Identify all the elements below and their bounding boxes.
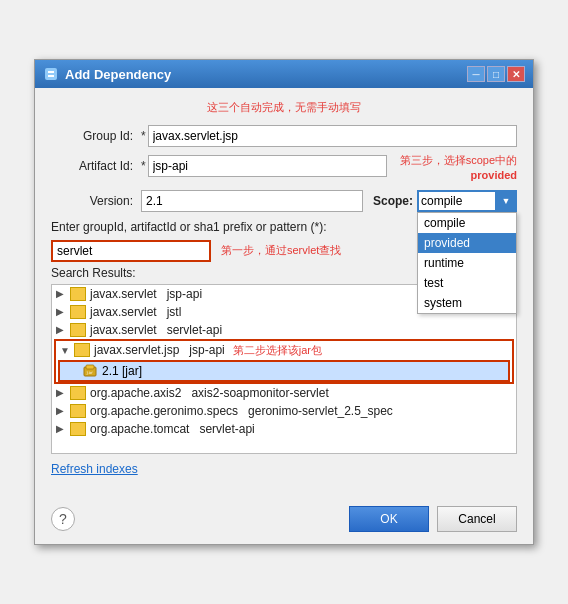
scope-annotation: 第三步，选择scope中的 provided — [397, 153, 517, 182]
artifact-section: Artifact Id: * — [51, 155, 387, 177]
version-row: Version: — [51, 190, 363, 212]
jar-icon: jar — [82, 364, 98, 378]
list-item[interactable]: ▶ org.apache.tomcat servlet-api — [52, 420, 516, 438]
ok-button[interactable]: OK — [349, 506, 429, 532]
group-id-row: Group Id: * — [51, 125, 517, 147]
list-item-text: org.apache.geronimo.specs geronimo-servl… — [90, 404, 393, 418]
collapse-icon: ▶ — [56, 423, 70, 434]
collapse-icon: ▶ — [56, 306, 70, 317]
top-annotation: 这三个自动完成，无需手动填写 — [51, 100, 517, 115]
scope-dropdown-menu: compile provided runtime test system — [417, 212, 517, 314]
list-item-text: org.apache.tomcat servlet-api — [90, 422, 255, 436]
scope-select[interactable]: compile provided runtime test system — [417, 190, 517, 212]
folder-icon — [70, 404, 86, 418]
svg-rect-1 — [48, 71, 54, 73]
folder-icon — [70, 386, 86, 400]
list-item-text: javax.servlet.jsp jsp-api — [94, 343, 225, 357]
scope-annotation-area: 第三步，选择scope中的 provided — [397, 155, 517, 182]
dialog-title: Add Dependency — [65, 67, 171, 82]
scope-label: Scope: — [373, 194, 413, 208]
folder-icon — [70, 287, 86, 301]
dialog-body: 这三个自动完成，无需手动填写 Group Id: * Artifact Id: … — [35, 88, 533, 498]
version-input[interactable] — [141, 190, 363, 212]
scope-menu-compile[interactable]: compile — [418, 213, 516, 233]
artifact-id-input[interactable] — [148, 155, 387, 177]
expand-icon: ▼ — [60, 345, 74, 356]
group-id-required: * — [141, 129, 146, 143]
help-button[interactable]: ? — [51, 507, 75, 531]
title-bar: Add Dependency ─ □ ✕ — [35, 60, 533, 88]
list-item-text: javax.servlet jstl — [90, 305, 181, 319]
list-item[interactable]: ▶ org.apache.axis2 axis2-soapmonitor-ser… — [52, 384, 516, 402]
folder-icon — [70, 305, 86, 319]
scope-menu-runtime[interactable]: runtime — [418, 253, 516, 273]
dialog-title-icon — [43, 66, 59, 82]
close-button[interactable]: ✕ — [507, 66, 525, 82]
jar-item-text: 2.1 [jar] — [102, 364, 142, 378]
list-item-text: org.apache.axis2 axis2-soapmonitor-servl… — [90, 386, 329, 400]
scope-menu-test[interactable]: test — [418, 273, 516, 293]
scope-menu-provided[interactable]: provided — [418, 233, 516, 253]
refresh-indexes-link[interactable]: Refresh indexes — [51, 462, 138, 476]
version-section: Version: — [51, 190, 363, 212]
folder-icon — [70, 323, 86, 337]
jar-list-item[interactable]: jar 2.1 [jar] — [58, 360, 510, 382]
highlighted-parent-container: ▼ javax.servlet.jsp jsp-api 第二步选择该jar包 j… — [54, 339, 514, 384]
add-dependency-dialog: Add Dependency ─ □ ✕ 这三个自动完成，无需手动填写 Grou… — [34, 59, 534, 545]
list-item[interactable]: ▶ javax.servlet servlet-api — [52, 321, 516, 339]
collapse-icon: ▶ — [56, 387, 70, 398]
search-annotation: 第一步，通过servlet查找 — [221, 243, 341, 258]
collapse-icon: ▶ — [56, 324, 70, 335]
version-label: Version: — [51, 194, 141, 208]
svg-rect-0 — [45, 68, 57, 80]
svg-rect-2 — [48, 75, 54, 77]
list-item-highlighted[interactable]: ▼ javax.servlet.jsp jsp-api 第二步选择该jar包 — [56, 341, 512, 360]
collapse-icon: ▶ — [56, 288, 70, 299]
title-controls: ─ □ ✕ — [467, 66, 525, 82]
list-item-text: javax.servlet servlet-api — [90, 323, 222, 337]
list-item-text: javax.servlet jsp-api — [90, 287, 202, 301]
svg-text:jar: jar — [86, 370, 94, 375]
maximize-button[interactable]: □ — [487, 66, 505, 82]
scope-menu-system[interactable]: system — [418, 293, 516, 313]
scope-row: Scope: compile provided runtime test sys… — [373, 190, 517, 212]
scope-dropdown-wrapper: compile provided runtime test system com… — [417, 190, 517, 212]
artifact-id-label: Artifact Id: — [51, 159, 141, 173]
folder-icon — [74, 343, 90, 357]
folder-icon — [70, 422, 86, 436]
minimize-button[interactable]: ─ — [467, 66, 485, 82]
title-bar-left: Add Dependency — [43, 66, 171, 82]
jar-step-annotation: 第二步选择该jar包 — [233, 343, 322, 358]
svg-rect-4 — [86, 365, 94, 369]
search-input[interactable] — [51, 240, 211, 262]
artifact-id-row: Artifact Id: * — [51, 155, 387, 177]
group-id-input[interactable] — [148, 125, 517, 147]
collapse-icon: ▶ — [56, 405, 70, 416]
group-id-label: Group Id: — [51, 129, 141, 143]
dialog-footer: ? OK Cancel — [35, 498, 533, 544]
list-item[interactable]: ▶ org.apache.geronimo.specs geronimo-ser… — [52, 402, 516, 420]
artifact-id-required: * — [141, 159, 146, 173]
footer-buttons: OK Cancel — [349, 506, 517, 532]
cancel-button[interactable]: Cancel — [437, 506, 517, 532]
